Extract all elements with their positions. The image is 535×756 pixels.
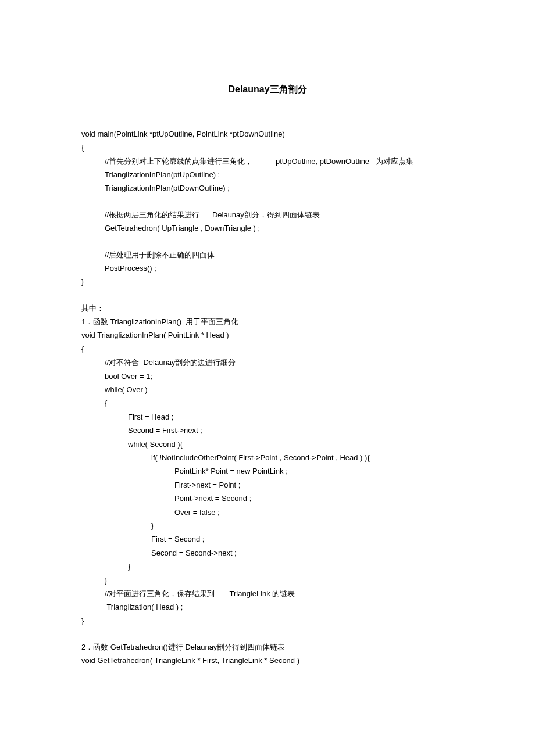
document-title: Delaunay三角剖分 [81, 81, 454, 98]
code-line: Second = First->next ; [81, 424, 454, 437]
code-line: } [81, 574, 454, 587]
code-line: { [81, 141, 454, 154]
code-line: if( !NotIncludeOtherPoint( First->Point … [81, 451, 454, 464]
code-line: //对平面进行三角化，保存结果到 TriangleLink 的链表 [81, 587, 454, 600]
blank-line [81, 289, 454, 302]
code-line: First = Head ; [81, 410, 454, 424]
code-line: } [81, 519, 454, 532]
code-line: } [81, 275, 454, 288]
code-line: TrianglizationInPlan(ptDownOutline) ; [81, 181, 454, 195]
code-line: } [81, 560, 454, 573]
blank-line [81, 628, 454, 640]
code-line: { [81, 396, 454, 410]
blank-line [81, 235, 454, 248]
code-line: //首先分别对上下轮廓线的点集进行三角化， ptUpOutline, ptDow… [81, 155, 454, 168]
code-line: void main(PointLink *ptUpOutline, PointL… [81, 127, 454, 141]
code-line: First->next = Point ; [81, 478, 454, 492]
code-line: GetTetrahedron( UpTriangle , DownTriangl… [81, 221, 454, 235]
document-page: Delaunay三角剖分 void main(PointLink *ptUpOu… [0, 0, 535, 756]
code-line: while( Over ) [81, 383, 454, 396]
code-line: PointLink* Point = new PointLink ; [81, 464, 454, 478]
code-line: while( Second ){ [81, 438, 454, 451]
code-line: Trianglization( Head ) ; [81, 600, 454, 614]
code-line: //根据两层三角化的结果进行 Delaunay剖分，得到四面体链表 [81, 208, 454, 221]
code-line: TrianglizationInPlan(ptUpOutline) ; [81, 168, 454, 181]
code-line: 2．函数 GetTetrahedron()进行 Delaunay剖分得到四面体链… [81, 640, 454, 654]
code-line: Over = false ; [81, 506, 454, 519]
code-line: PostProcess() ; [81, 261, 454, 275]
code-line: { [81, 342, 454, 356]
code-line: 其中： [81, 302, 454, 315]
code-line: 1．函数 TrianglizationInPlan() 用于平面三角化 [81, 315, 454, 328]
code-body: void main(PointLink *ptUpOutline, PointL… [81, 127, 454, 668]
code-line: } [81, 614, 454, 628]
code-line: Second = Second->next ; [81, 546, 454, 560]
code-line: //对不符合 Delaunay剖分的边进行细分 [81, 356, 454, 369]
code-line: void GetTetrahedron( TriangleLink * Firs… [81, 654, 454, 667]
code-line: Point->next = Second ; [81, 492, 454, 505]
blank-line [81, 195, 454, 208]
code-line: void TrianglizationInPlan( PointLink * H… [81, 328, 454, 342]
code-line: //后处理用于删除不正确的四面体 [81, 248, 454, 261]
code-line: First = Second ; [81, 532, 454, 546]
code-line: bool Over = 1; [81, 370, 454, 383]
